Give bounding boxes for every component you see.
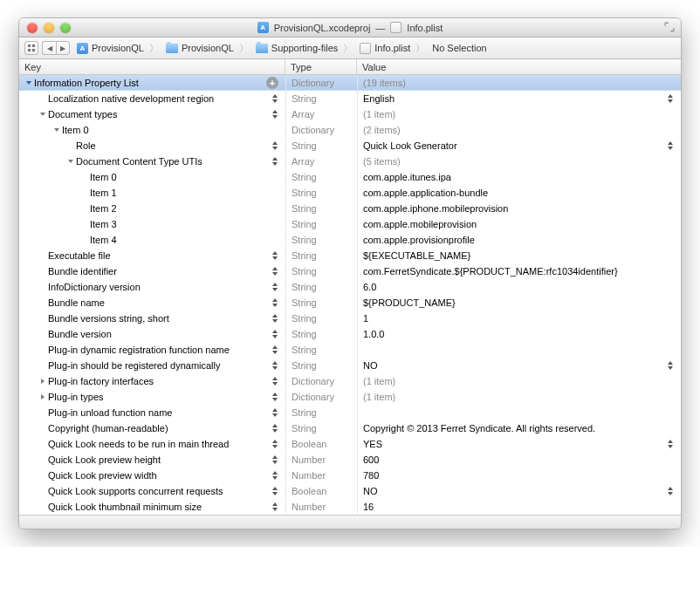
- key-stepper[interactable]: [269, 390, 280, 403]
- value-label[interactable]: YES: [363, 439, 382, 449]
- table-row[interactable]: Bundle identifierStringcom.FerretSyndica…: [19, 263, 681, 279]
- table-row[interactable]: Quick Look thumbnail minimum sizeNumber1…: [19, 499, 681, 515]
- related-items-button[interactable]: [24, 41, 38, 55]
- key-stepper[interactable]: [269, 264, 280, 277]
- disclosure-triangle-icon[interactable]: [38, 393, 46, 400]
- table-row[interactable]: Item 0Dictionary(2 items): [19, 122, 681, 138]
- value-stepper[interactable]: [664, 437, 676, 450]
- table-row[interactable]: Quick Look preview heightNumber600: [19, 452, 681, 468]
- value-label[interactable]: NO: [363, 486, 378, 496]
- disclosure-triangle-icon[interactable]: [52, 126, 60, 133]
- table-row[interactable]: Item 2Stringcom.apple.iphone.mobileprovi…: [19, 201, 681, 216]
- key-stepper[interactable]: [269, 154, 280, 167]
- value-label[interactable]: com.apple.itunes.ipa: [363, 172, 451, 182]
- value-label[interactable]: English: [363, 93, 395, 104]
- value-stepper[interactable]: [664, 359, 676, 372]
- disclosure-triangle-icon[interactable]: [24, 79, 32, 86]
- value-label[interactable]: (5 items): [363, 156, 401, 167]
- zoom-button[interactable]: [60, 23, 71, 33]
- header-key[interactable]: Key: [19, 59, 285, 74]
- breadcrumb-item[interactable]: AProvisionQL〉: [73, 42, 162, 55]
- table-row[interactable]: Quick Look preview widthNumber780: [19, 468, 681, 483]
- disclosure-triangle-icon[interactable]: [38, 377, 46, 385]
- key-stepper[interactable]: [269, 500, 280, 513]
- value-label[interactable]: Quick Look Generator: [363, 140, 457, 151]
- value-label[interactable]: com.apple.mobileprovision: [363, 219, 477, 229]
- table-row[interactable]: Plug-in dynamic registration function na…: [19, 342, 681, 358]
- forward-button[interactable]: ▶: [56, 41, 70, 55]
- table-row[interactable]: InfoDictionary versionString6.0: [19, 279, 681, 295]
- table-row[interactable]: Quick Look supports concurrent requestsB…: [19, 483, 681, 499]
- table-row[interactable]: Item 0Stringcom.apple.itunes.ipa: [19, 169, 681, 185]
- table-row[interactable]: RoleStringQuick Look Generator: [19, 138, 681, 154]
- table-row[interactable]: Item 3Stringcom.apple.mobileprovision: [19, 216, 681, 232]
- table-row[interactable]: Copyright (human-readable)StringCopyrigh…: [19, 420, 681, 436]
- breadcrumb[interactable]: AProvisionQL〉ProvisionQL〉Supporting-file…: [73, 38, 676, 58]
- value-label[interactable]: 780: [363, 470, 379, 481]
- key-stepper[interactable]: [269, 453, 280, 466]
- table-row[interactable]: Item 4Stringcom.apple.provisionprofile: [19, 232, 681, 248]
- value-label[interactable]: (1 item): [363, 392, 395, 402]
- breadcrumb-item[interactable]: Info.plist〉: [356, 42, 429, 55]
- value-stepper[interactable]: [664, 484, 676, 497]
- key-stepper[interactable]: [269, 359, 280, 372]
- table-row[interactable]: Localization native development regionSt…: [19, 91, 681, 106]
- key-stepper[interactable]: [269, 468, 280, 481]
- key-stepper[interactable]: [269, 374, 280, 387]
- add-button[interactable]: +: [266, 77, 278, 89]
- minimize-button[interactable]: [44, 23, 54, 33]
- value-label[interactable]: ${EXECUTABLE_NAME}: [363, 250, 470, 261]
- key-stepper[interactable]: [269, 92, 280, 105]
- disclosure-triangle-icon[interactable]: [38, 110, 46, 118]
- value-label[interactable]: com.apple.provisionprofile: [363, 235, 475, 245]
- value-label[interactable]: Copyright © 2013 Ferret Syndicate. All r…: [363, 423, 595, 434]
- key-stepper[interactable]: [269, 406, 280, 419]
- value-label[interactable]: (19 items): [363, 78, 406, 88]
- value-label[interactable]: (2 items): [363, 125, 401, 135]
- header-type[interactable]: Type: [285, 59, 357, 74]
- table-row[interactable]: Executable fileString${EXECUTABLE_NAME}: [19, 248, 681, 263]
- table-row[interactable]: Plug-in factory interfacesDictionary(1 i…: [19, 373, 681, 389]
- key-stepper[interactable]: [269, 437, 280, 450]
- value-label[interactable]: com.FerretSyndicate.${PRODUCT_NAME:rfc10…: [363, 266, 618, 277]
- value-stepper[interactable]: [664, 139, 676, 152]
- value-label[interactable]: 600: [363, 454, 379, 465]
- table-row[interactable]: Document Content Type UTIsArray(5 items): [19, 154, 681, 169]
- table-row[interactable]: Information Property List+Dictionary(19 …: [19, 75, 681, 91]
- key-stepper[interactable]: [269, 327, 280, 340]
- key-stepper[interactable]: [269, 421, 280, 434]
- key-stepper[interactable]: [269, 343, 280, 356]
- breadcrumb-item[interactable]: ProvisionQL〉: [162, 42, 252, 55]
- value-label[interactable]: ${PRODUCT_NAME}: [363, 297, 456, 308]
- back-button[interactable]: ◀: [42, 41, 56, 55]
- table-row[interactable]: Bundle versionString1.0.0: [19, 326, 681, 342]
- key-stepper[interactable]: [269, 296, 280, 309]
- table-row[interactable]: Plug-in should be registered dynamically…: [19, 358, 681, 373]
- breadcrumb-item[interactable]: Supporting-files〉: [252, 42, 356, 55]
- breadcrumb-item[interactable]: No Selection: [429, 43, 490, 53]
- value-label[interactable]: (1 item): [363, 376, 395, 386]
- table-row[interactable]: Bundle nameString${PRODUCT_NAME}: [19, 295, 681, 311]
- value-label[interactable]: NO: [363, 360, 378, 371]
- key-stepper[interactable]: [269, 484, 280, 497]
- table-row[interactable]: Document typesArray(1 item): [19, 106, 681, 122]
- key-stepper[interactable]: [269, 249, 280, 262]
- value-label[interactable]: com.apple.iphone.mobileprovision: [363, 203, 508, 214]
- header-value[interactable]: Value: [357, 59, 681, 74]
- value-label[interactable]: 1: [363, 313, 368, 324]
- key-stepper[interactable]: [269, 280, 280, 293]
- value-label[interactable]: (1 item): [363, 109, 395, 120]
- table-row[interactable]: Plug-in unload function nameString: [19, 405, 681, 420]
- fullscreen-icon[interactable]: [664, 22, 676, 33]
- value-label[interactable]: 6.0: [363, 282, 376, 292]
- table-row[interactable]: Quick Look needs to be run in main threa…: [19, 436, 681, 452]
- titlebar[interactable]: A ProvisionQL.xcodeproj — Info.plist: [19, 18, 681, 38]
- table-row[interactable]: Item 1Stringcom.apple.application-bundle: [19, 185, 681, 201]
- key-stepper[interactable]: [269, 139, 280, 152]
- table-row[interactable]: Bundle versions string, shortString1: [19, 311, 681, 326]
- table-row[interactable]: Plug-in typesDictionary(1 item): [19, 389, 681, 405]
- value-label[interactable]: 16: [363, 502, 374, 512]
- disclosure-triangle-icon[interactable]: [66, 157, 74, 165]
- key-stepper[interactable]: [269, 107, 280, 120]
- value-stepper[interactable]: [664, 92, 676, 105]
